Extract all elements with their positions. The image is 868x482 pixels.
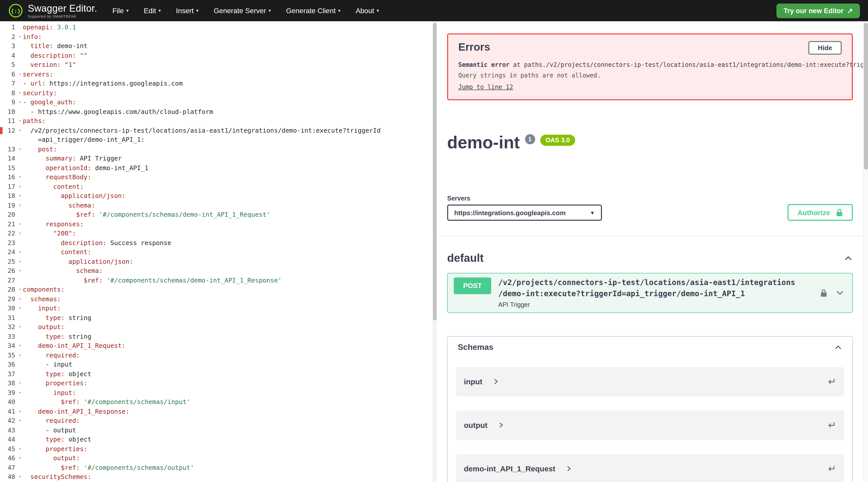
- fold-icon[interactable]: ▾: [17, 145, 23, 154]
- code-line[interactable]: 20 $ref: '#/components/schemas/demo-int_…: [0, 210, 432, 220]
- fold-icon[interactable]: ▾: [17, 444, 23, 454]
- fold-icon[interactable]: ▾: [17, 182, 23, 191]
- code-line[interactable]: 15 operationId: demo-int_API_1: [0, 163, 432, 173]
- code-line[interactable]: 33 type: string: [0, 332, 432, 341]
- code-line[interactable]: 23 description: Success response: [0, 238, 432, 248]
- return-arrow-icon[interactable]: ↵: [828, 419, 836, 431]
- fold-icon[interactable]: ▾: [17, 229, 23, 238]
- code-line[interactable]: 32▾ output:: [0, 322, 432, 332]
- code-line[interactable]: 25▾ application/json:: [0, 257, 432, 266]
- code-line[interactable]: 41▾ demo-int_API_1_Response:: [0, 407, 432, 416]
- code-line[interactable]: 5 version: "1": [0, 60, 432, 69]
- fold-icon[interactable]: ▾: [17, 341, 23, 350]
- code-line[interactable]: 37 type: object: [0, 369, 432, 379]
- code-line[interactable]: 12▾ /v2/projects/connectors-ip-test/loca…: [0, 126, 432, 135]
- code-line[interactable]: 17▾ content:: [0, 182, 432, 191]
- fold-icon[interactable]: ▾: [17, 454, 23, 463]
- fold-icon[interactable]: ▾: [17, 220, 23, 229]
- server-select[interactable]: https://integrations.googleapis.com ▼: [447, 204, 602, 221]
- code-line[interactable]: 39▾ input:: [0, 388, 432, 397]
- code-line[interactable]: 24▾ content:: [0, 248, 432, 257]
- code-line[interactable]: 47 $ref: '#/components/schemas/output': [0, 463, 432, 472]
- chevron-right-icon[interactable]: [497, 422, 504, 428]
- fold-icon[interactable]: ▾: [17, 257, 23, 266]
- chevron-down-icon[interactable]: [836, 289, 844, 297]
- fold-icon[interactable]: ▾: [17, 294, 23, 304]
- code-line[interactable]: 9▾- google_auth:: [0, 98, 432, 107]
- fold-icon[interactable]: ▾: [17, 32, 23, 41]
- code-line[interactable]: 14 summary: API Trigger: [0, 154, 432, 163]
- fold-icon[interactable]: ▾: [17, 173, 23, 182]
- model-row-output[interactable]: output↵: [456, 410, 844, 440]
- chevron-up-icon[interactable]: [844, 254, 853, 263]
- return-arrow-icon[interactable]: ↵: [828, 376, 836, 387]
- code-line[interactable]: 4 description: "": [0, 51, 432, 60]
- fold-icon[interactable]: ▾: [17, 304, 23, 313]
- code-line[interactable]: 35▾ required:: [0, 350, 432, 360]
- code-line[interactable]: 46▾ output:: [0, 454, 432, 463]
- code-line[interactable]: 6▾servers:: [0, 69, 432, 79]
- yaml-editor[interactable]: 1openapi: 3.0.12▾info:3 title: demo-int4…: [0, 21, 432, 482]
- fold-icon[interactable]: ▾: [17, 126, 23, 135]
- hide-errors-button[interactable]: Hide: [808, 41, 842, 55]
- code-line[interactable]: 7- url: https://integrations.googleapis.…: [0, 79, 432, 88]
- code-line[interactable]: 34▾ demo-int_API_1_Request:: [0, 341, 432, 350]
- fold-icon[interactable]: ▾: [17, 388, 23, 397]
- menu-generate-server[interactable]: Generate Server▾: [214, 7, 271, 15]
- code-line[interactable]: 2▾info:: [0, 32, 432, 41]
- fold-icon[interactable]: ▾: [17, 350, 23, 360]
- code-line[interactable]: 11▾paths:: [0, 116, 432, 126]
- tag-default-header[interactable]: default: [447, 252, 853, 265]
- fold-icon[interactable]: ▾: [17, 322, 23, 332]
- jump-to-line-link[interactable]: Jump to line 12: [458, 84, 513, 91]
- code-line[interactable]: 48▾ securitySchemes:: [0, 472, 432, 482]
- code-line[interactable]: 45▾ properties:: [0, 444, 432, 454]
- menu-file[interactable]: File▾: [112, 7, 128, 15]
- chevron-right-icon[interactable]: [565, 465, 572, 472]
- editor-scrollbar-thumb[interactable]: [433, 23, 437, 320]
- model-row-input[interactable]: input↵: [456, 367, 844, 396]
- fold-icon[interactable]: ▾: [17, 201, 23, 210]
- model-row-demo-int_API_1_Request[interactable]: demo-int_API_1_Request↵: [456, 454, 844, 482]
- fold-icon[interactable]: ▾: [17, 248, 23, 257]
- fold-icon[interactable]: ▾: [17, 285, 23, 294]
- code-line[interactable]: 10 - https://www.googleapis.com/auth/clo…: [0, 107, 432, 116]
- code-line[interactable]: 42▾ required:: [0, 416, 432, 426]
- code-line[interactable]: 16▾ requestBody:: [0, 173, 432, 182]
- return-arrow-icon[interactable]: ↵: [828, 463, 836, 474]
- fold-icon[interactable]: ▾: [17, 379, 23, 388]
- menu-insert[interactable]: Insert▾: [176, 7, 198, 15]
- code-line[interactable]: 44 type: object: [0, 435, 432, 444]
- code-line[interactable]: 21▾ responses:: [0, 220, 432, 229]
- code-line[interactable]: 13▾ post:: [0, 145, 432, 154]
- code-line[interactable]: 30▾ input:: [0, 304, 432, 313]
- fold-icon[interactable]: ▾: [17, 69, 23, 79]
- page-scrollbar-thumb[interactable]: [864, 23, 868, 170]
- code-line[interactable]: 28▾components:: [0, 285, 432, 294]
- try-new-editor-button[interactable]: Try our new Editor ↗: [776, 3, 860, 18]
- opblock-post[interactable]: POST /v2/projects/connectors-ip-test/loc…: [447, 273, 853, 313]
- code-line[interactable]: 8▾security:: [0, 88, 432, 98]
- fold-icon[interactable]: ▾: [17, 191, 23, 201]
- schemas-header[interactable]: Schemas: [448, 336, 852, 358]
- code-line[interactable]: 26▾ schema:: [0, 266, 432, 276]
- fold-icon[interactable]: ▾: [17, 407, 23, 416]
- fold-icon[interactable]: ▾: [17, 266, 23, 276]
- code-line[interactable]: 40 $ref: '#/components/schemas/input': [0, 397, 432, 407]
- fold-icon[interactable]: ▾: [17, 416, 23, 426]
- authorize-button[interactable]: Authorize: [788, 204, 853, 221]
- code-line[interactable]: 43 - output: [0, 426, 432, 435]
- menu-generate-client[interactable]: Generate Client▾: [286, 7, 340, 15]
- fold-icon[interactable]: ▾: [17, 472, 23, 482]
- fold-icon[interactable]: ▾: [17, 98, 23, 107]
- code-line[interactable]: 29▾ schemas:: [0, 294, 432, 304]
- code-line[interactable]: 31 type: string: [0, 313, 432, 322]
- menu-about[interactable]: About▾: [355, 7, 379, 15]
- code-line[interactable]: 18▾ application/json:: [0, 191, 432, 201]
- code-line[interactable]: =api_trigger/demo-int_API_1:: [0, 135, 432, 145]
- menu-edit[interactable]: Edit▾: [144, 7, 161, 15]
- code-line[interactable]: 22▾ "200":: [0, 229, 432, 238]
- lock-icon[interactable]: [820, 289, 828, 297]
- code-line[interactable]: 1openapi: 3.0.1: [0, 23, 432, 32]
- code-line[interactable]: 38▾ properties:: [0, 379, 432, 388]
